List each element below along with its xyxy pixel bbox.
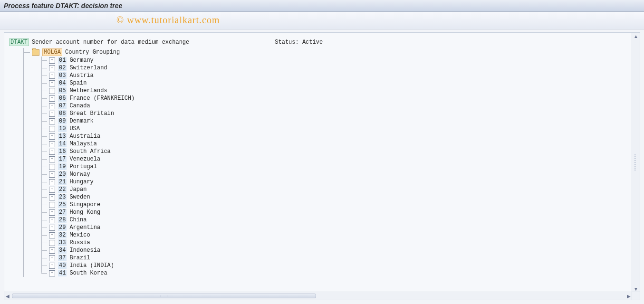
hscroll-track[interactable] (11, 294, 625, 298)
tree-leaf-country[interactable]: +41South Korea (32, 269, 627, 277)
expand-icon[interactable]: + (49, 232, 55, 238)
country-name: Norway (69, 171, 90, 178)
expand-icon[interactable]: + (49, 133, 55, 140)
expand-icon[interactable]: + (49, 95, 55, 102)
expand-icon[interactable]: + (49, 80, 55, 86)
feature-header-row: DTAKT Sender account number for data med… (9, 38, 627, 46)
tree-leaf-country[interactable]: +22Japan (32, 186, 627, 193)
country-name: Australia (69, 133, 100, 140)
tree-leaf-country[interactable]: +08Great Britain (32, 110, 627, 117)
country-code: 01 (58, 57, 67, 64)
tree-leaf-country[interactable]: +33Russia (32, 239, 627, 247)
expand-icon[interactable]: + (49, 149, 55, 155)
tree-leaf-country[interactable]: +02Switzerland (32, 64, 627, 72)
folder-open-icon (32, 49, 39, 56)
hscroll-thumb[interactable] (12, 294, 316, 298)
tree-leaf-country[interactable]: +23Sweden (32, 193, 627, 201)
scroll-right-button[interactable]: ▶ (625, 293, 632, 299)
expand-icon[interactable]: + (49, 194, 55, 200)
tree-leaf-country[interactable]: +03Austria (32, 72, 627, 79)
watermark-text: © www.tutorialkart.com (116, 15, 220, 26)
tree-leaf-country[interactable]: +04Spain (32, 79, 627, 87)
country-code: 14 (58, 141, 67, 147)
scroll-up-button[interactable]: ▲ (633, 33, 639, 39)
expand-icon[interactable]: + (49, 171, 55, 178)
country-name: Argentina (69, 224, 100, 231)
expand-icon[interactable]: + (49, 57, 55, 64)
tree-branch-line (23, 48, 24, 277)
tree-leaf-country[interactable]: +13Australia (32, 133, 627, 140)
tree-node-molga[interactable]: MOLGA Country Grouping (9, 48, 627, 57)
expand-icon[interactable]: + (49, 126, 55, 132)
expand-icon[interactable]: + (49, 270, 55, 276)
tree-leaf-country[interactable]: +09Denmark (32, 117, 627, 125)
vertical-scrollbar[interactable]: ▲ ▼ (632, 33, 640, 292)
tree-leaf-country[interactable]: +20Norway (32, 171, 627, 178)
expand-icon[interactable]: + (49, 255, 55, 261)
tree-leaf-country[interactable]: +16South Africa (32, 148, 627, 155)
expand-icon[interactable]: + (49, 263, 55, 269)
expand-icon[interactable]: + (49, 209, 55, 216)
tree-leaf-country[interactable]: +07Canada (32, 102, 627, 110)
expand-icon[interactable]: + (49, 118, 55, 124)
expand-icon[interactable]: + (49, 179, 55, 185)
expand-icon[interactable]: + (49, 88, 55, 94)
tree-leaf-country[interactable]: +05Netherlands (32, 87, 627, 95)
country-code: 34 (58, 247, 67, 254)
tree-leaf-country[interactable]: +32Mexico (32, 231, 627, 239)
country-code: 06 (58, 95, 67, 102)
expand-icon[interactable]: + (49, 65, 55, 71)
tree-leaf-country[interactable]: +29Argentina (32, 224, 627, 231)
tree-leaf-country[interactable]: +21Hungary (32, 178, 627, 186)
expand-icon[interactable]: + (49, 156, 55, 162)
tree-leaf-country[interactable]: +10USA (32, 125, 627, 133)
country-code: 02 (58, 65, 67, 71)
scroll-down-button[interactable]: ▼ (633, 285, 639, 292)
tree-leaf-country[interactable]: +27Hong Kong (32, 209, 627, 216)
expand-icon[interactable]: + (49, 225, 55, 231)
country-code: 23 (58, 194, 67, 200)
tree-leaf-country[interactable]: +34Indonesia (32, 247, 627, 254)
tree-leaf-country[interactable]: +25Singapore (32, 201, 627, 209)
country-code: 20 (58, 171, 67, 178)
tree-leaf-country[interactable]: +40India (INDIA) (32, 262, 627, 269)
country-code: 27 (58, 209, 67, 216)
tree-leaf-country[interactable]: +37Brazil (32, 254, 627, 262)
scroll-left-button[interactable]: ◀ (4, 293, 11, 299)
country-code: 03 (58, 72, 67, 79)
expand-icon[interactable]: + (49, 247, 55, 254)
country-code: 21 (58, 179, 67, 185)
country-code: 04 (58, 80, 67, 86)
country-subtree: +01Germany+02Switzerland+03Austria+04Spa… (32, 57, 627, 277)
expand-icon[interactable]: + (49, 240, 55, 246)
country-code: 09 (58, 118, 67, 124)
expand-icon[interactable]: + (49, 141, 55, 147)
horizontal-scrollbar[interactable]: ◀ ▶ (4, 292, 632, 300)
country-code: 41 (58, 270, 67, 276)
country-code: 40 (58, 262, 67, 269)
tree-viewport: DTAKT Sender account number for data med… (4, 33, 632, 292)
country-name: India (INDIA) (69, 262, 114, 269)
tree-leaf-country[interactable]: +19Portugal (32, 163, 627, 171)
tree-leaf-country[interactable]: +28China (32, 216, 627, 224)
node-label: Country Grouping (65, 49, 120, 56)
expand-icon[interactable]: + (49, 164, 55, 170)
hscroll-grip-icon (161, 295, 167, 297)
toolbar: © www.tutorialkart.com (0, 12, 644, 29)
country-name: Spain (69, 80, 87, 86)
expand-icon[interactable]: + (49, 202, 55, 208)
expand-icon[interactable]: + (49, 111, 55, 117)
tree-leaf-country[interactable]: +17Venezuela (32, 155, 627, 163)
tree-leaf-country[interactable]: +14Malaysia (32, 140, 627, 148)
expand-icon[interactable]: + (49, 217, 55, 223)
country-name: Great Britain (69, 110, 114, 117)
tree-leaf-country[interactable]: +01Germany (32, 57, 627, 64)
country-name: Hong Kong (69, 209, 100, 216)
expand-icon[interactable]: + (49, 103, 55, 109)
expand-icon[interactable]: + (49, 187, 55, 193)
country-name: Canada (69, 103, 90, 109)
country-name: Portugal (69, 163, 97, 170)
country-code: 33 (58, 239, 67, 246)
tree-leaf-country[interactable]: +06France (FRANKREICH) (32, 95, 627, 102)
expand-icon[interactable]: + (49, 73, 55, 79)
